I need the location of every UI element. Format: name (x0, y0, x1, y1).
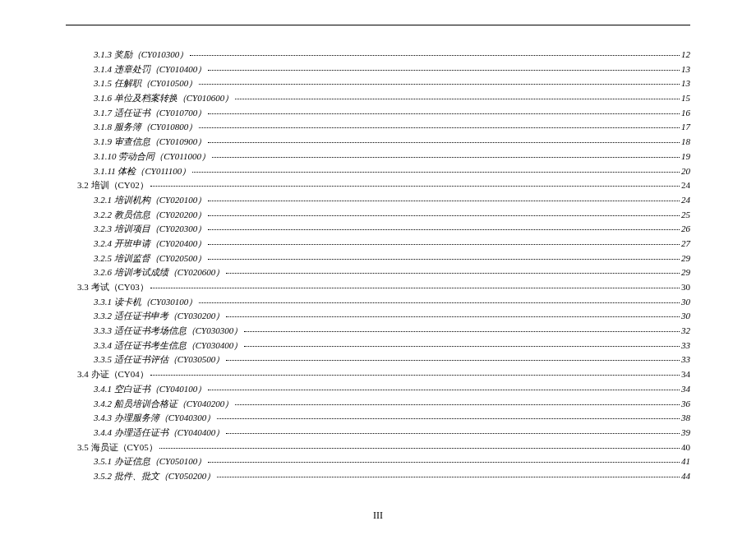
toc-entry-label: 3.4 办证（CY04） (77, 368, 149, 380)
toc-entry-page: 33 (681, 339, 690, 352)
toc-entry-label: 3.1.8 服务簿（CY010800） (94, 121, 197, 133)
toc-entry-label: 3.5.1 办证信息（CY050100） (94, 455, 206, 468)
toc-leader-dots (208, 63, 680, 72)
toc-entry-label: 3.2.1 培训机构（CY020100） (94, 194, 206, 206)
toc-entry: 3.5.1 办证信息（CY050100）41 (66, 455, 690, 468)
toc-entry-page: 13 (681, 77, 690, 90)
toc-leader-dots (244, 339, 680, 348)
toc-leader-dots (226, 266, 680, 275)
toc-entry-label: 3.2.2 教员信息（CY020200） (94, 209, 206, 221)
toc-entry: 3.3.2 适任证书申考（CY030200）30 (66, 310, 690, 322)
toc-entry-page: 26 (681, 223, 690, 235)
toc-entry: 3.1.11 体检（CY011100）20 (66, 165, 690, 178)
toc-leader-dots (226, 427, 680, 436)
toc-entry-page: 30 (681, 296, 690, 308)
toc-entry: 3.4.4 办理适任证书（CY040400）39 (66, 427, 690, 439)
toc-leader-dots (235, 92, 680, 101)
toc-entry-page: 38 (681, 412, 690, 424)
toc-entry-page: 40 (681, 441, 690, 454)
toc-entry-label: 3.1.7 适任证书（CY010700） (94, 107, 206, 119)
toc-entry-label: 3.1.5 任解职（CY010500） (94, 77, 197, 90)
toc-entry-page: 33 (681, 353, 690, 366)
toc-leader-dots (208, 238, 680, 247)
toc-leader-dots (208, 136, 680, 145)
toc-entry-label: 3.1.9 审查信息（CY010900） (94, 136, 206, 148)
toc-entry-label: 3.4.1 空白证书（CY040100） (94, 383, 206, 395)
toc-entry-label: 3.1.6 单位及档案转换（CY010600） (94, 92, 233, 104)
toc-entry: 3.4 办证（CY04）34 (66, 368, 690, 380)
toc-entry-label: 3.2 培训（CY02） (77, 179, 149, 191)
toc-leader-dots (226, 353, 680, 362)
toc-leader-dots (208, 223, 680, 232)
toc-entry-page: 15 (681, 92, 690, 104)
toc-entry: 3.1.8 服务簿（CY010800）17 (66, 121, 690, 133)
toc-entry-page: 16 (681, 107, 690, 119)
toc-entry-label: 3.3.4 适任证书考生信息（CY030400） (94, 339, 242, 352)
toc-entry-page: 20 (681, 165, 690, 178)
toc-entry-label: 3.5 海员证（CY05） (77, 441, 158, 454)
toc-leader-dots (212, 150, 680, 159)
toc-leader-dots (217, 412, 680, 421)
toc-entry-page: 30 (681, 281, 690, 293)
toc-entry: 3.1.6 单位及档案转换（CY010600）15 (66, 92, 690, 104)
toc-leader-dots (199, 121, 680, 130)
toc-entry-page: 18 (681, 136, 690, 148)
toc-entry: 3.3.3 适任证书考场信息（CY030300）32 (66, 325, 690, 337)
toc-entry: 3.2 培训（CY02）24 (66, 179, 690, 191)
toc-entry-page: 19 (681, 150, 690, 163)
toc-leader-dots (199, 77, 680, 86)
toc-entry-page: 24 (681, 194, 690, 206)
toc-entry: 3.1.9 审查信息（CY010900）18 (66, 136, 690, 148)
toc-entry-label: 3.2.6 培训考试成绩（CY020600） (94, 266, 224, 279)
toc-entry-page: 29 (681, 252, 690, 265)
toc-entry: 3.3 考试（CY03）30 (66, 281, 690, 293)
toc-leader-dots (217, 470, 680, 479)
toc-leader-dots (192, 165, 680, 174)
toc-entry-label: 3.3 考试（CY03） (77, 281, 149, 293)
toc-entry: 3.5.2 批件、批文（CY050200）44 (66, 470, 690, 482)
toc-entry-page: 34 (681, 368, 690, 380)
toc-entry-label: 3.3.2 适任证书申考（CY030200） (94, 310, 224, 322)
toc-leader-dots (226, 310, 680, 319)
toc-leader-dots (150, 179, 680, 188)
toc-entry-label: 3.2.5 培训监督（CY020500） (94, 252, 206, 265)
toc-leader-dots (208, 252, 680, 261)
toc-entry-page: 39 (681, 427, 690, 439)
toc-entry-label: 3.4.3 办理服务簿（CY040300） (94, 412, 215, 424)
toc-entry-label: 3.2.3 培训项目（CY020300） (94, 223, 206, 235)
toc-entry-page: 24 (681, 179, 690, 191)
toc-entry: 3.1.3 奖励（CY010300）12 (66, 48, 690, 61)
toc-entry: 3.3.4 适任证书考生信息（CY030400）33 (66, 339, 690, 352)
toc-entry: 3.3.5 适任证书评估（CY030500）33 (66, 353, 690, 366)
toc-leader-dots (150, 368, 680, 377)
toc-entry: 3.4.2 船员培训合格证（CY040200）36 (66, 398, 690, 410)
toc-entry-page: 32 (681, 325, 690, 337)
toc-entry-label: 3.2.4 开班申请（CY020400） (94, 238, 206, 250)
toc-entry-page: 36 (681, 398, 690, 410)
toc-leader-dots (208, 209, 680, 218)
toc-entry-page: 29 (681, 266, 690, 279)
toc-entry-page: 17 (681, 121, 690, 133)
toc-entry: 3.4.3 办理服务簿（CY040300）38 (66, 412, 690, 424)
toc-leader-dots (199, 296, 680, 305)
toc-entry: 3.1.7 适任证书（CY010700）16 (66, 107, 690, 119)
header-divider (66, 25, 690, 25)
toc-entry: 3.2.1 培训机构（CY020100）24 (66, 194, 690, 206)
toc-entry: 3.2.6 培训考试成绩（CY020600）29 (66, 266, 690, 279)
toc-entry: 3.2.4 开班申请（CY020400）27 (66, 238, 690, 250)
toc-leader-dots (159, 441, 680, 450)
toc-entry-page: 34 (681, 383, 690, 395)
toc-entry-label: 3.4.2 船员培训合格证（CY040200） (94, 398, 233, 410)
toc-entry-page: 30 (681, 310, 690, 322)
toc-entry-page: 12 (681, 48, 690, 61)
toc-entry-page: 25 (681, 209, 690, 221)
toc-entry-page: 44 (681, 470, 690, 482)
toc-leader-dots (244, 325, 680, 334)
toc-leader-dots (208, 383, 680, 392)
toc-leader-dots (208, 107, 680, 116)
toc-leader-dots (208, 194, 680, 203)
page-root: 3.1.3 奖励（CY010300）123.1.4 违章处罚（CY010400）… (0, 0, 756, 535)
toc-leader-dots (235, 398, 680, 407)
toc-entry: 3.2.2 教员信息（CY020200）25 (66, 209, 690, 221)
toc-entry-label: 3.5.2 批件、批文（CY050200） (94, 470, 215, 482)
